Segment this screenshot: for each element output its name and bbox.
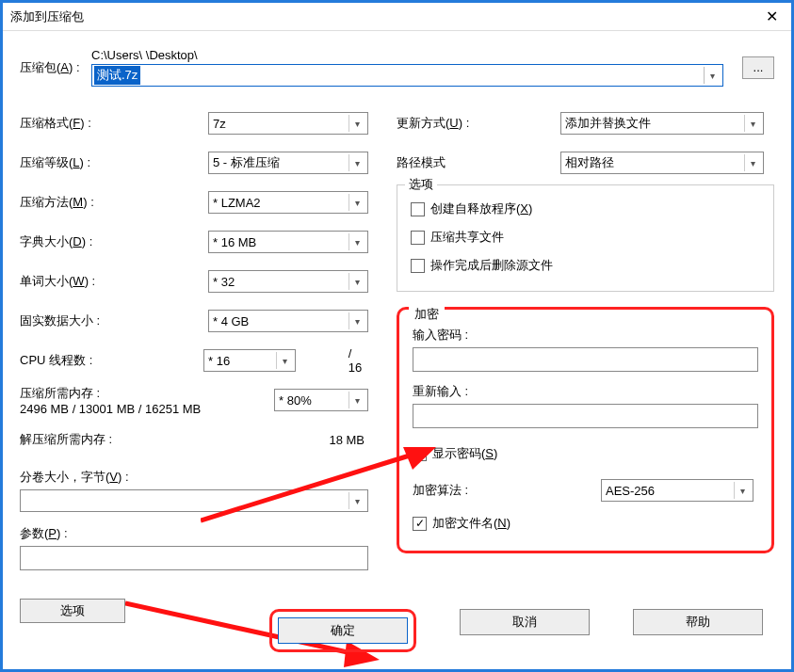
titlebar: 添加到压缩包 ✕ — [3, 3, 791, 31]
help-button[interactable]: 帮助 — [633, 609, 763, 635]
chevron-down-icon[interactable]: ▾ — [348, 233, 365, 250]
ok-button[interactable]: 确定 — [278, 617, 408, 644]
chevron-down-icon[interactable]: ▾ — [734, 482, 751, 499]
dict-select[interactable]: * 16 MB ▾ — [208, 231, 368, 253]
archive-row: 压缩包(A) : C:\Users\ \Desktop\ 测试.7z ▾ ... — [20, 48, 774, 87]
mem-compress-sub: 2496 MB / 13001 MB / 16251 MB — [20, 402, 201, 416]
algo-label: 加密算法 : — [413, 482, 601, 499]
encrypt-names-label: 加密文件名(N) — [432, 515, 510, 532]
cpu-label: CPU 线程数 : — [20, 352, 203, 369]
chevron-down-icon[interactable]: ▾ — [744, 154, 761, 171]
sfx-label: 创建自释放程序(X) — [430, 200, 532, 217]
pathmode-label: 路径模式 — [397, 154, 560, 171]
cpu-select[interactable]: * 16 ▾ — [203, 349, 296, 372]
update-select[interactable]: 添加并替换文件 ▾ — [560, 112, 764, 135]
chevron-down-icon[interactable]: ▾ — [704, 67, 721, 84]
delete-after-label: 操作完成后删除源文件 — [430, 257, 553, 274]
level-select[interactable]: 5 - 标准压缩 ▾ — [208, 152, 368, 174]
password-label: 输入密码 : — [413, 327, 758, 344]
options-group: 选项 创建自释放程序(X) 压缩共享文件 操作完成后删除源文件 — [397, 184, 774, 292]
archive-combobox[interactable]: 测试.7z ▾ — [91, 64, 723, 87]
chevron-down-icon[interactable]: ▾ — [348, 194, 365, 211]
dialog-window: 添加到压缩包 ✕ 压缩包(A) : C:\Users\ \Desktop\ 测试… — [0, 0, 794, 672]
word-label: 单词大小(W) : — [20, 273, 208, 290]
chevron-down-icon[interactable]: ▾ — [348, 312, 365, 329]
show-password-label: 显示密码(S) — [432, 445, 497, 462]
chevron-down-icon[interactable]: ▾ — [348, 392, 365, 408]
mem-compress-label: 压缩所需内存 : — [20, 385, 201, 402]
archive-path: C:\Users\ \Desktop\ — [91, 48, 723, 62]
svg-line-0 — [201, 455, 413, 520]
level-label: 压缩等级(L) : — [20, 154, 208, 171]
password-input[interactable] — [413, 347, 758, 372]
shared-checkbox[interactable] — [411, 231, 425, 245]
button-bar: 确定 取消 帮助 — [3, 609, 791, 652]
ok-highlight: 确定 — [269, 609, 416, 652]
browse-button[interactable]: ... — [742, 56, 774, 79]
method-label: 压缩方法(M) : — [20, 194, 208, 211]
chevron-down-icon[interactable]: ▾ — [348, 154, 365, 171]
chevron-down-icon[interactable]: ▾ — [276, 352, 293, 369]
solid-label: 固实数据大小 : — [20, 312, 208, 329]
memory-select[interactable]: * 80% ▾ — [274, 389, 368, 411]
cancel-button[interactable]: 取消 — [460, 609, 590, 635]
close-icon[interactable]: ✕ — [760, 8, 784, 25]
shared-label: 压缩共享文件 — [430, 229, 504, 246]
encrypt-legend: 加密 — [409, 306, 445, 323]
delete-after-checkbox[interactable] — [411, 259, 425, 273]
annotation-arrow-icon — [201, 445, 436, 530]
algo-select[interactable]: AES-256 ▾ — [601, 479, 753, 502]
format-select[interactable]: 7z ▾ — [208, 112, 368, 135]
archive-value-selected: 测试.7z — [94, 66, 140, 85]
encryption-group: 加密 输入密码 : 重新输入 : 显示密码(S) 加密算法 : AES-256 … — [397, 307, 774, 553]
format-label: 压缩格式(F) : — [20, 115, 208, 132]
cpu-total: / 16 — [348, 346, 368, 375]
params-input[interactable] — [20, 546, 368, 570]
chevron-down-icon[interactable]: ▾ — [348, 115, 365, 132]
sfx-checkbox[interactable] — [411, 202, 425, 216]
update-label: 更新方式(U) : — [397, 115, 560, 132]
chevron-down-icon[interactable]: ▾ — [348, 273, 365, 290]
window-title: 添加到压缩包 — [10, 8, 760, 25]
options-legend: 选项 — [405, 176, 437, 193]
pathmode-select[interactable]: 相对路径 ▾ — [560, 152, 764, 174]
method-select[interactable]: * LZMA2 ▾ — [208, 191, 368, 214]
word-select[interactable]: * 32 ▾ — [208, 270, 368, 293]
password2-label: 重新输入 : — [413, 383, 758, 400]
chevron-down-icon[interactable]: ▾ — [744, 115, 761, 132]
password2-input[interactable] — [413, 404, 758, 428]
archive-label: 压缩包(A) : — [20, 59, 91, 76]
svg-marker-1 — [403, 447, 436, 470]
solid-select[interactable]: * 4 GB ▾ — [208, 310, 368, 332]
dict-label: 字典大小(D) : — [20, 233, 208, 250]
